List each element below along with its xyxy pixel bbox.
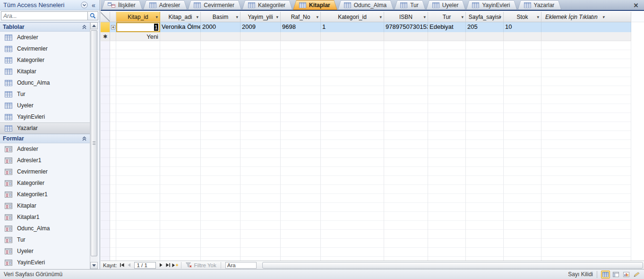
cell-stok[interactable]: 10 bbox=[504, 22, 541, 32]
nav-scrollbar-track[interactable] bbox=[90, 29, 98, 262]
nav-menu-dropdown-button[interactable] bbox=[80, 1, 88, 9]
chevron-double-up-icon[interactable] bbox=[82, 136, 87, 141]
column-dropdown-icon[interactable]: ▾ bbox=[379, 15, 382, 19]
nav-item-form-kitaplar1[interactable]: Kitaplar1 bbox=[0, 211, 90, 223]
tab-tur[interactable]: Tur bbox=[394, 0, 426, 10]
scroll-down-icon[interactable] bbox=[90, 262, 98, 269]
tab-yazarlar[interactable]: Yazarlar bbox=[518, 0, 562, 10]
newrow-cell-isbn[interactable] bbox=[384, 32, 428, 41]
column-dropdown-icon[interactable]: ▾ bbox=[602, 15, 605, 19]
empty-grid[interactable] bbox=[101, 41, 631, 261]
nav-item-form-tur[interactable]: Tur bbox=[0, 234, 90, 245]
column-dropdown-icon[interactable]: ▾ bbox=[537, 15, 539, 19]
column-dropdown-icon[interactable]: ▾ bbox=[155, 15, 158, 19]
first-record-icon[interactable] bbox=[119, 262, 126, 269]
newrow-cell-sayfa-sayisi[interactable] bbox=[466, 32, 504, 41]
last-record-icon[interactable] bbox=[164, 262, 172, 269]
nav-item-table-yayinevleri[interactable]: YayinEvleri bbox=[0, 111, 90, 122]
column-dropdown-icon[interactable]: ▾ bbox=[196, 15, 198, 19]
newrow-cell-kitap-adi[interactable] bbox=[160, 32, 201, 41]
nav-section-header[interactable]: Formlar bbox=[0, 134, 90, 143]
newrow-cell-stok[interactable] bbox=[504, 32, 541, 41]
nav-item-table-cevirmenler[interactable]: Cevirmenler bbox=[0, 43, 90, 54]
tab-cevirmenler[interactable]: Cevirmenler bbox=[188, 0, 241, 10]
nav-item-form-yayinevleri[interactable]: YayinEvleri bbox=[0, 257, 90, 268]
search-icon[interactable] bbox=[88, 11, 98, 20]
close-icon[interactable]: ✕ bbox=[632, 1, 640, 9]
cell-kitap-id[interactable]: 1 bbox=[116, 22, 160, 32]
nav-scrollbar-thumb[interactable] bbox=[91, 30, 97, 256]
tab-uyeler[interactable]: Uyeler bbox=[426, 0, 466, 10]
nav-item-table-kategoriler[interactable]: Kategoriler bbox=[0, 54, 90, 66]
newrow-cell-yayim-yili[interactable] bbox=[240, 32, 281, 41]
previous-record-icon[interactable] bbox=[126, 262, 133, 269]
column-dropdown-icon[interactable]: ▾ bbox=[276, 15, 278, 19]
newrow-cell-basim[interactable] bbox=[201, 32, 240, 41]
nav-item-form-kitaplar[interactable]: Kitaplar bbox=[0, 200, 90, 211]
nav-item-table-tur[interactable]: Tur bbox=[0, 88, 90, 100]
new-record-icon[interactable] bbox=[172, 262, 179, 269]
newrow-cell-kategori-id[interactable] bbox=[321, 32, 384, 41]
column-header-eklemek-i-in-t-klat-n[interactable]: Eklemek İçin Tıklatın▾ bbox=[541, 12, 631, 22]
nav-item-form-adresler[interactable]: Adresler bbox=[0, 143, 90, 155]
nav-item-table-yazarlar[interactable]: Yazarlar bbox=[0, 122, 90, 134]
tab-yayinevleri[interactable]: YayinEvleri bbox=[466, 0, 517, 10]
cell-kategori-id[interactable]: 1 bbox=[321, 22, 384, 32]
column-header-kitap-id[interactable]: Kitap_id▾ bbox=[116, 12, 160, 22]
datasheet-view-icon[interactable] bbox=[601, 270, 610, 279]
column-header-yayim-yili[interactable]: Yayim_yili▾ bbox=[240, 12, 281, 22]
tab-kitaplar[interactable]: Kitaplar bbox=[293, 0, 337, 10]
nav-item-form-kategoriler1[interactable]: Kategoriler1 bbox=[0, 189, 90, 200]
next-record-icon[interactable] bbox=[157, 262, 164, 269]
column-header-stok[interactable]: Stok▾ bbox=[504, 12, 541, 22]
chevron-double-up-icon[interactable] bbox=[82, 25, 87, 29]
design-view-icon[interactable] bbox=[632, 270, 641, 279]
tab-adresler[interactable]: Adresler bbox=[143, 0, 188, 10]
newrow-cell-raf-no[interactable] bbox=[281, 32, 321, 41]
cell-basim[interactable]: 2000 bbox=[201, 22, 240, 32]
column-header-sayfa-sayisi[interactable]: Sayfa_sayisi▾ bbox=[466, 12, 504, 22]
nav-search-input[interactable] bbox=[1, 11, 88, 20]
nav-item-table-kitaplar[interactable]: Kitaplar bbox=[0, 66, 90, 77]
cell-isbn[interactable]: 9789750730153 bbox=[384, 22, 428, 32]
column-header-raf-no[interactable]: Raf_No▾ bbox=[281, 12, 321, 22]
nav-item-table-odunc-alma[interactable]: Odunc_Alma bbox=[0, 77, 90, 88]
nav-item-form-adresler1[interactable]: Adresler1 bbox=[0, 155, 90, 166]
record-selector-current[interactable] bbox=[101, 22, 110, 32]
shutter-bar-close-button[interactable]: « bbox=[88, 1, 99, 9]
nav-section-header[interactable]: Tablolar bbox=[0, 22, 90, 32]
scroll-up-icon[interactable] bbox=[90, 22, 98, 29]
nav-scrollbar[interactable] bbox=[90, 22, 98, 269]
nav-item-form-uyeler[interactable]: Uyeler bbox=[0, 245, 90, 257]
column-header-kitap-adi[interactable]: Kitap_adi▾ bbox=[160, 12, 201, 22]
tab-kategoriler[interactable]: Kategoriler bbox=[242, 0, 292, 10]
horizontal-scrollbar[interactable] bbox=[262, 262, 643, 269]
column-header-kategori-id[interactable]: Kategori_id▾ bbox=[321, 12, 384, 22]
column-dropdown-icon[interactable]: ▾ bbox=[461, 15, 464, 19]
expand-subdatasheet-button[interactable] bbox=[110, 22, 116, 32]
tab-odunc-alma[interactable]: Odunc_Alma bbox=[338, 0, 394, 10]
column-header-basim[interactable]: Basim▾ bbox=[201, 12, 240, 22]
nav-item-table-adresler[interactable]: Adresler bbox=[0, 32, 90, 43]
newrow-cell-kitap-id[interactable]: Yeni bbox=[116, 32, 160, 41]
cell-kitap-adi[interactable]: Veronika Ölme bbox=[160, 22, 201, 32]
pivotchart-view-icon[interactable] bbox=[622, 270, 631, 279]
record-position-box[interactable]: 1 / 1 bbox=[134, 262, 156, 269]
record-search-input[interactable] bbox=[225, 262, 257, 269]
cell-raf-no[interactable]: 9698 bbox=[281, 22, 321, 32]
nav-item-table-uyeler[interactable]: Uyeler bbox=[0, 100, 90, 111]
select-all-corner[interactable] bbox=[101, 12, 110, 22]
column-dropdown-icon[interactable]: ▾ bbox=[423, 15, 426, 19]
column-header-tur[interactable]: Tur▾ bbox=[428, 12, 466, 22]
column-dropdown-icon[interactable]: ▾ bbox=[236, 15, 238, 19]
column-dropdown-icon[interactable]: ▾ bbox=[316, 15, 318, 19]
column-dropdown-icon[interactable]: ▾ bbox=[499, 15, 501, 19]
newrow-cell-tur[interactable] bbox=[428, 32, 466, 41]
column-header-isbn[interactable]: ISBN▾ bbox=[384, 12, 428, 22]
tab-i-li-kiler[interactable]: İlişkiler bbox=[102, 0, 143, 10]
new-record-selector[interactable]: ✱ bbox=[101, 32, 110, 41]
nav-item-form-odunc-alma[interactable]: Odunc_Alma bbox=[0, 223, 90, 234]
newrow-cell-eklemek-i-in-t-klat-n[interactable] bbox=[541, 32, 631, 41]
cell-yayim-yili[interactable]: 2009 bbox=[240, 22, 281, 32]
filter-indicator[interactable]: Filtre Yok bbox=[184, 262, 218, 268]
